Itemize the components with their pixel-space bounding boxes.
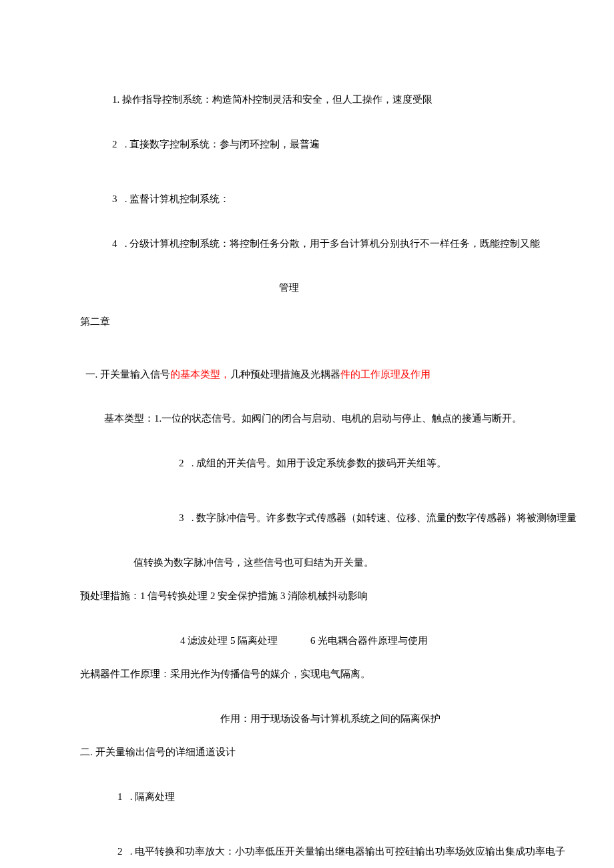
basic-type-2: 2 . 成组的开关信号。如用于设定系统参数的拨码开关组等。	[80, 456, 587, 471]
basic-type-3: 3 . 数字脉冲信号。许多数字式传感器（如转速、位移、流量的数字传感器）将被测物…	[80, 510, 587, 526]
list-item-1: 1. 操作指导控制系统：构造简朴控制灵活和安全，但人工操作，速度受限	[80, 92, 587, 107]
list-item-2: 2 . 直接数字控制系统：参与闭环控制，最普遍	[80, 137, 587, 152]
optocoupler-function: 作用：用于现场设备与计算机系统之间的隔离保护	[80, 711, 587, 727]
section-1-part-b: 几种预处理措施及光耦器	[230, 369, 340, 380]
section-2-heading: 二. 开关量输出信号的详细通道设计	[80, 745, 587, 760]
section-1-heading: 一. 开关量输入信号的基本类型，几种预处理措施及光耦器件的工作原理及作用	[80, 352, 587, 382]
list-item-4-cont: 管理	[80, 280, 587, 296]
section-1-red-a: 的基本类型，	[170, 369, 230, 380]
basic-type-1: 基本类型：1.一位的状态信号。如阀门的闭合与启动、电机的启动与停止、触点的接通与…	[80, 411, 587, 426]
basic-type-3-cont: 值转换为数字脉冲信号，这些信号也可归结为开关量。	[80, 555, 587, 570]
output-item-2: 2 . 电平转换和功率放大：小功率低压开关量输出继电器输出可控硅输出功率场效应输…	[80, 844, 587, 859]
output-item-1: 1 . 隔离处理	[80, 789, 587, 805]
optocoupler-principle: 光耦器件工作原理：采用光作为传播信号的媒介，实现电气隔离。	[80, 667, 587, 682]
preprocess-line-1: 预处理措施：1 信号转换处理 2 安全保护措施 3 消除机械抖动影响	[80, 588, 587, 604]
section-1-red-b: 件的工作原理及作用	[340, 369, 430, 380]
list-item-4: 4 . 分级计算机控制系统：将控制任务分散，用于多台计算机分别执行不一样任务，既…	[80, 236, 587, 252]
section-1-part-a: 一. 开关量输入信号	[85, 369, 171, 380]
chapter-2-heading: 第二章	[80, 314, 587, 330]
list-item-3: 3 . 监督计算机控制系统：	[80, 191, 587, 207]
preprocess-line-2: 4 滤波处理 5 隔离处理 6 光电耦合器件原理与使用	[80, 633, 587, 648]
